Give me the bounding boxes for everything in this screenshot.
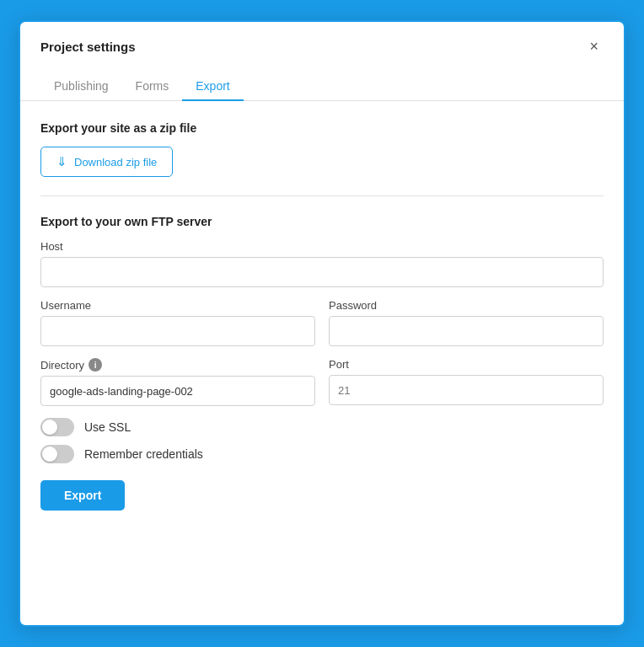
zip-section-title: Export your site as a zip file [40, 121, 604, 135]
export-button[interactable]: Export [40, 480, 125, 511]
username-field-group: Username [40, 299, 315, 346]
tab-publishing[interactable]: Publishing [40, 72, 122, 101]
password-label: Password [329, 299, 604, 312]
directory-label: Directory i [40, 358, 315, 372]
dialog-title: Project settings [40, 40, 136, 54]
host-input[interactable] [40, 257, 604, 287]
remember-toggle[interactable] [40, 445, 74, 463]
password-input[interactable] [329, 316, 604, 346]
section-divider [40, 195, 604, 196]
remember-toggle-label: Remember credentials [84, 447, 203, 461]
directory-field-group: Directory i [40, 358, 315, 406]
tab-bar: Publishing Forms Export [20, 62, 624, 101]
username-input[interactable] [40, 316, 315, 346]
username-password-row: Username Password [40, 299, 604, 346]
remember-toggle-row: Remember credentials [40, 445, 604, 463]
ssl-toggle-row: Use SSL [40, 418, 604, 436]
directory-info-icon: i [89, 358, 102, 372]
tab-content: Export your site as a zip file ⇓ Downloa… [20, 101, 624, 527]
port-field-group: Port [329, 358, 604, 406]
download-zip-button[interactable]: ⇓ Download zip file [40, 147, 173, 177]
directory-port-row: Directory i Port [40, 358, 604, 406]
tab-export[interactable]: Export [182, 72, 243, 101]
port-input[interactable] [329, 375, 604, 405]
download-zip-label: Download zip file [74, 156, 157, 168]
ftp-section: Export to your own FTP server Host Usern… [40, 215, 604, 511]
ssl-toggle-label: Use SSL [84, 420, 131, 434]
host-field-group: Host [40, 240, 604, 287]
zip-section: Export your site as a zip file ⇓ Downloa… [40, 121, 604, 177]
download-icon: ⇓ [56, 154, 67, 169]
remember-toggle-thumb [42, 446, 57, 462]
password-field-group: Password [329, 299, 604, 346]
host-label: Host [40, 240, 604, 253]
tab-forms[interactable]: Forms [122, 72, 183, 101]
close-button[interactable]: × [584, 37, 604, 56]
ssl-toggle[interactable] [40, 418, 74, 436]
username-label: Username [40, 299, 315, 312]
directory-input[interactable] [40, 376, 315, 406]
project-settings-dialog: Project settings × Publishing Forms Expo… [19, 20, 625, 627]
port-label: Port [329, 358, 604, 371]
dialog-header: Project settings × [20, 22, 624, 56]
ftp-section-title: Export to your own FTP server [40, 215, 604, 228]
ssl-toggle-thumb [42, 420, 57, 435]
